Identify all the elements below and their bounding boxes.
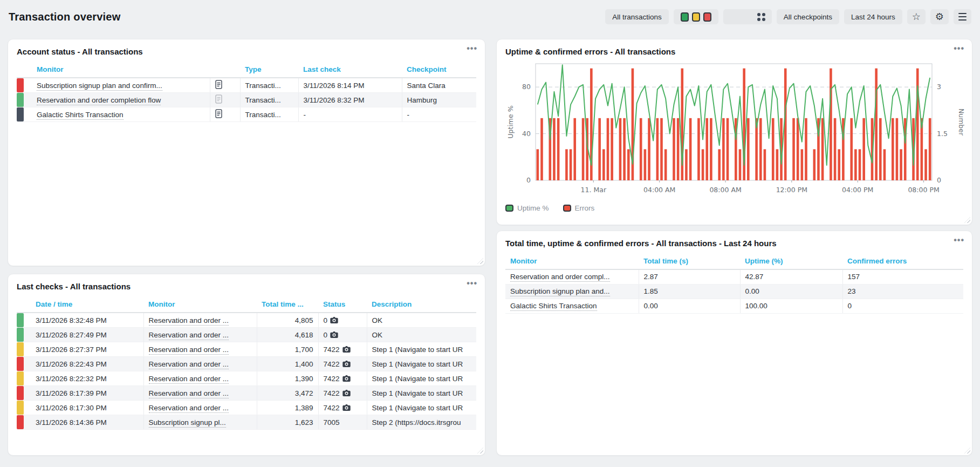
last-checks-pagination: «‹12345...›» <box>17 274 485 449</box>
time-range-label: Last 24 hours <box>851 13 895 21</box>
uptime-chart-title: Uptime & confirmed errors - All transact… <box>505 47 963 56</box>
page-number-button[interactable]: 1 <box>46 39 485 260</box>
svg-text:0: 0 <box>526 176 531 184</box>
totals-panel: Total time, uptime & confirmed errors - … <box>496 231 972 456</box>
svg-text:40: 40 <box>522 130 531 138</box>
grid-view-icon <box>757 13 765 21</box>
resize-handle[interactable] <box>964 217 970 223</box>
view-mode-button[interactable] <box>723 9 772 24</box>
svg-text:80: 80 <box>522 83 531 91</box>
legend-item[interactable]: Uptime % <box>505 204 549 212</box>
checkpoints-filter-label: All checkpoints <box>784 13 832 21</box>
page-number-button[interactable]: 1 <box>535 231 972 449</box>
svg-text:08:00 PM: 08:00 PM <box>908 186 939 194</box>
svg-text:04:00 PM: 04:00 PM <box>842 186 873 194</box>
transactions-filter-button[interactable]: All transactions <box>605 9 669 24</box>
svg-text:1.5: 1.5 <box>937 130 948 138</box>
status-color-filter-button[interactable] <box>674 9 718 24</box>
svg-text:3: 3 <box>937 83 941 91</box>
uptime-errors-chart: 0408001.5311. Mar04:00 AM08:00 AM12:00 P… <box>505 60 963 202</box>
toolbar: All transactions All checkpoints Last 24… <box>605 9 971 24</box>
transactions-filter-label: All transactions <box>612 13 662 21</box>
legend-label: Uptime % <box>517 204 549 212</box>
uptime-chart-panel-menu-icon[interactable]: ••• <box>954 44 964 53</box>
status-yellow-swatch-icon <box>692 12 700 22</box>
chart-canvas: 0408001.5311. Mar04:00 AM08:00 AM12:00 P… <box>505 60 964 200</box>
time-range-button[interactable]: Last 24 hours <box>844 9 902 24</box>
legend-label: Errors <box>575 204 595 212</box>
gear-icon: ⚙ <box>935 12 944 22</box>
svg-text:12:00 PM: 12:00 PM <box>776 186 807 194</box>
menu-button[interactable] <box>954 9 971 24</box>
legend-swatch-icon <box>563 205 571 212</box>
svg-text:Number: Number <box>957 109 964 136</box>
legend-item[interactable]: Errors <box>563 204 595 212</box>
top-bar: Transaction overview All transactions Al… <box>0 0 980 33</box>
svg-text:11. Mar: 11. Mar <box>581 186 607 194</box>
svg-text:08:00 AM: 08:00 AM <box>709 186 741 194</box>
status-green-swatch-icon <box>681 12 689 22</box>
hamburger-icon <box>958 13 967 21</box>
chart-legend: Uptime %Errors <box>505 204 963 212</box>
settings-button[interactable]: ⚙ <box>930 9 949 24</box>
account-status-panel: Account status - All transactions ••• Mo… <box>8 39 485 266</box>
account-status-pagination: «‹1›» <box>17 39 485 260</box>
svg-text:0: 0 <box>937 176 941 184</box>
last-checks-panel: Last checks - All transactions ••• Date … <box>8 274 485 456</box>
totals-pagination: «‹1›» <box>506 231 972 449</box>
favorite-button[interactable]: ☆ <box>907 9 926 24</box>
dashboard-page: Transaction overview All transactions Al… <box>0 0 980 467</box>
uptime-errors-chart-panel: Uptime & confirmed errors - All transact… <box>496 39 972 225</box>
page-title: Transaction overview <box>9 11 120 23</box>
svg-text:04:00 AM: 04:00 AM <box>643 186 675 194</box>
legend-swatch-icon <box>505 205 513 212</box>
svg-text:Uptime %: Uptime % <box>506 105 515 138</box>
checkpoints-filter-button[interactable]: All checkpoints <box>777 9 839 24</box>
status-red-swatch-icon <box>703 12 711 22</box>
star-icon: ☆ <box>912 12 921 22</box>
page-number-button[interactable]: 1 <box>46 274 485 449</box>
